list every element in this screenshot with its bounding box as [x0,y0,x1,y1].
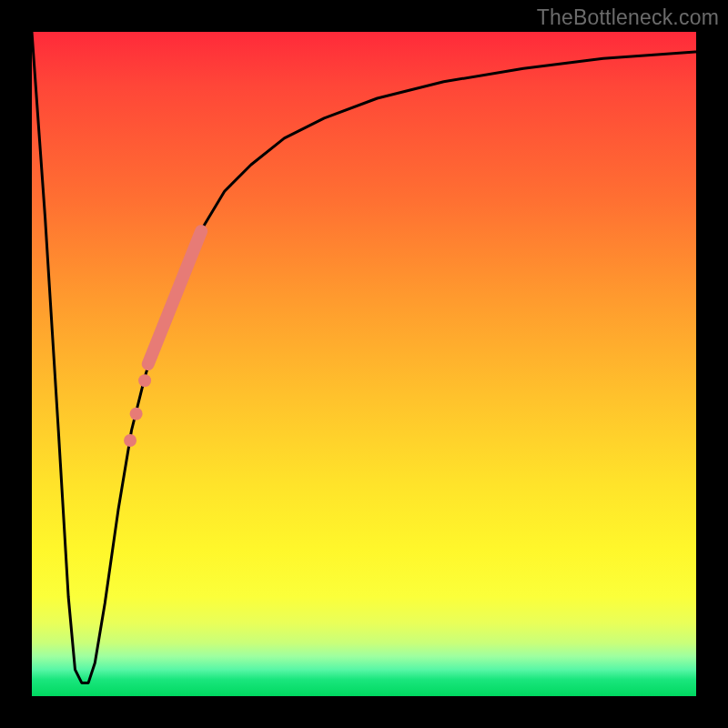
watermark-text: TheBottleneck.com [537,5,719,30]
bottleneck-curve [32,32,696,682]
chart-frame: TheBottleneck.com [0,0,728,728]
highlight-segment [148,231,201,364]
highlight-dot [130,408,143,420]
chart-svg [32,32,696,696]
highlight-layer [124,231,201,447]
highlight-dot [124,434,136,447]
highlight-dot [138,374,151,387]
curve-layer [32,32,696,682]
chart-plot-area [32,32,696,696]
